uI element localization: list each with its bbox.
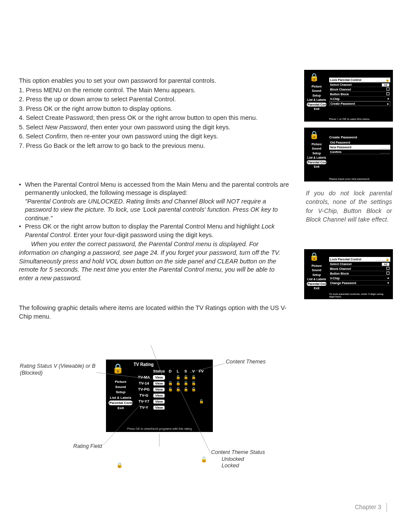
- step-3: 3. Press OK or the right arrow button to…: [19, 105, 290, 113]
- label-theme-status: Content Theme Status Unlocked Locked: [211, 449, 265, 469]
- menu-screenshot-enter-password: 🔒 Picture Sound Setup List & Labels Pare…: [304, 128, 393, 182]
- step-1: 1. Press MENU on the remote control. The…: [19, 86, 290, 95]
- mini-sidebar: Picture Sound Setup List & Labels Parent…: [307, 142, 327, 169]
- note-paragraph: When you enter the correct password, the…: [19, 240, 290, 282]
- mini-sidebar: Picture Sound Setup List & Labels Parent…: [307, 264, 327, 291]
- steps-list: 1. Press MENU on the remote control. The…: [19, 86, 290, 150]
- notes-section: • When the Parental Control Menu is acce…: [19, 181, 290, 283]
- main-text-column: This option enables you to set your own …: [19, 77, 290, 322]
- tv-rating-graphic: 🔒 TV Rating Picture Sound Setup List & L…: [106, 360, 213, 432]
- mini-footer: Press > or OK to open this menu.: [329, 118, 389, 120]
- side-note: If you do not lock parental controls, no…: [306, 189, 392, 224]
- note-bullet-1: • When the Parental Control Menu is acce…: [19, 181, 290, 223]
- step-5: 5. Select New Password, then enter your …: [19, 123, 290, 132]
- lock-icon: 🔒: [309, 130, 319, 140]
- lock-icon: 🔒: [112, 363, 124, 374]
- locked-icon: 🔒: [116, 462, 123, 468]
- label-content-themes: Content Themes: [226, 359, 265, 366]
- step-4: 4. Select Create Password; then press OK…: [19, 114, 290, 122]
- tvbox-footer: Press OK to view/block programs with thi…: [106, 427, 213, 430]
- lock-icon: 🔒: [309, 252, 319, 261]
- chapter-label: Chapter 3: [355, 504, 381, 510]
- menu-screenshot-create-password: 🔒 Picture Sound Setup List & Labels Pare…: [304, 70, 393, 122]
- tvbox-title: TV Rating: [134, 362, 154, 367]
- unlocked-icon: 🔓: [201, 457, 207, 463]
- mini-sidebar: Picture Sound Setup List & Labels Parent…: [307, 84, 327, 112]
- step-6: 6. Select Confirm, then re-enter your ow…: [19, 132, 290, 141]
- page-footer: Chapter 3: [355, 503, 390, 512]
- label-rating-field: Rating Field: [73, 443, 102, 450]
- mini-footer: Please input your new password.: [329, 178, 389, 180]
- step-2: 2. Press the up or down arrow to select …: [19, 95, 290, 104]
- menu-screenshot-change-password: 🔒 Picture Sound Setup List & Labels Pare…: [304, 249, 393, 299]
- label-rating-status: Rating Status V (Viewable) or B (Blocked…: [20, 363, 97, 376]
- mini-footer: To lock parental controls, enter 4 digit…: [329, 293, 389, 298]
- intro-text: This option enables you to set your own …: [19, 77, 290, 85]
- step-7: 7. Press Go Back or the left arrow to go…: [19, 142, 290, 150]
- us-vchip-intro: The following graphic details where item…: [19, 304, 290, 321]
- lock-icon: 🔒: [309, 72, 319, 82]
- note-bullet-2: • Press OK or the right arrow button to …: [19, 222, 290, 239]
- tvbox-sidebar: Picture Sound Setup List & Labels Parent…: [109, 379, 133, 411]
